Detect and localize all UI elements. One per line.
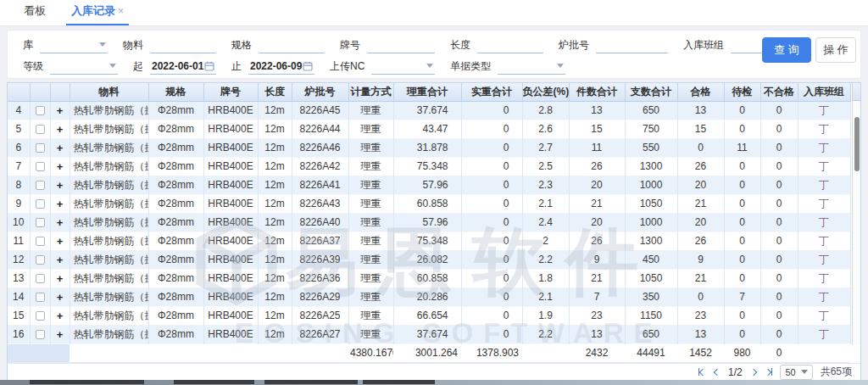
expand-icon[interactable]: + xyxy=(57,272,64,285)
cell-pending: 0 xyxy=(724,250,760,269)
cell-batch: 8226A40 xyxy=(292,213,348,232)
row-checkbox[interactable] xyxy=(36,237,45,246)
cell-cb xyxy=(30,138,50,157)
cell-no: 13 xyxy=(8,269,30,287)
cell-cb xyxy=(30,120,50,138)
row-checkbox[interactable] xyxy=(36,274,45,283)
cell-unqualified: 0 xyxy=(760,232,798,250)
date-input[interactable]: 2022-06-09 xyxy=(248,59,314,75)
cell-cb xyxy=(30,287,50,306)
filter-select[interactable] xyxy=(40,37,108,53)
summary-pending: 980 xyxy=(724,343,760,362)
cell-batch: 8226A39 xyxy=(292,250,348,269)
filter-field-2-3: 上传NC xyxy=(314,59,435,75)
vertical-scrollbar-thumb[interactable] xyxy=(854,117,860,171)
row-checkbox[interactable] xyxy=(36,218,45,227)
cell-team: 丁 xyxy=(798,325,850,343)
row-checkbox[interactable] xyxy=(36,311,45,321)
filter-input[interactable] xyxy=(367,37,435,53)
cell-team: 丁 xyxy=(798,101,850,120)
cell-pieces: 21 xyxy=(569,194,625,213)
expand-icon[interactable]: + xyxy=(57,123,64,136)
row-checkbox[interactable] xyxy=(36,330,45,339)
next-page-button[interactable] xyxy=(750,370,757,375)
expand-icon[interactable]: + xyxy=(57,198,64,210)
filter-input[interactable] xyxy=(259,37,325,53)
filter-field-1-0: 库 xyxy=(8,37,108,53)
expand-icon[interactable]: + xyxy=(57,254,64,266)
page-size-select[interactable]: 50 xyxy=(780,365,812,380)
cell-unqualified: 0 xyxy=(760,101,798,120)
cell-actual: 0 xyxy=(461,120,522,138)
summary-actual: 1378.903 xyxy=(461,343,522,362)
filter-input[interactable] xyxy=(150,37,216,53)
row-checkbox[interactable] xyxy=(36,293,45,302)
expand-icon[interactable]: + xyxy=(57,160,64,173)
vertical-scrollbar-track[interactable] xyxy=(852,83,860,345)
cell-exp: + xyxy=(50,232,70,250)
cell-unqualified: 0 xyxy=(760,138,798,157)
tab-inbound-records[interactable]: 入库记录× xyxy=(66,3,129,25)
table-row: 7+热轧带肋钢筋（抗震）Φ28mmHRB400E12m8226A42理重75.3… xyxy=(8,157,850,176)
cell-unqualified: 0 xyxy=(760,306,798,325)
cell-batch: 8226A29 xyxy=(292,287,348,306)
last-page-button[interactable] xyxy=(765,368,773,376)
cell-material: 热轧带肋钢筋（抗震） xyxy=(70,101,148,120)
filter-input[interactable] xyxy=(477,37,543,53)
tab-dashboard[interactable]: 看板 xyxy=(19,3,51,25)
cell-no: 7 xyxy=(8,157,30,176)
expand-icon[interactable]: + xyxy=(57,310,64,322)
row-checkbox[interactable] xyxy=(36,255,45,265)
table-row: 15+热轧带肋钢筋（抗震）Φ28mmHRB400E12m8226A25理重66.… xyxy=(8,306,850,325)
expand-icon[interactable]: + xyxy=(57,291,64,304)
cell-pieces: 23 xyxy=(569,306,625,325)
cell-exp: + xyxy=(50,325,70,343)
filter-select[interactable] xyxy=(50,59,118,75)
cell-exp: + xyxy=(50,138,70,157)
row-checkbox[interactable] xyxy=(36,125,45,134)
query-button[interactable]: 查 询 xyxy=(762,37,811,63)
prev-page-button[interactable] xyxy=(714,370,721,375)
cell-pending: 0 xyxy=(724,120,760,138)
row-checkbox[interactable] xyxy=(36,106,45,115)
cell-bars: 1150 xyxy=(625,306,677,325)
cell-batch: 8226A42 xyxy=(292,157,348,176)
expand-icon[interactable]: + xyxy=(57,235,64,248)
expand-icon[interactable]: + xyxy=(57,104,64,117)
cell-bars: 550 xyxy=(625,138,677,157)
expand-icon[interactable]: + xyxy=(57,179,64,192)
cell-theory: 57.96 xyxy=(393,176,461,194)
cell-unqualified: 0 xyxy=(760,176,798,194)
tab-close-icon[interactable]: × xyxy=(118,5,124,17)
cell-bars: 1050 xyxy=(625,194,677,213)
cell-batch: 8226A36 xyxy=(292,269,348,287)
expand-icon[interactable]: + xyxy=(57,328,64,341)
col-header-exp xyxy=(50,83,70,101)
expand-icon[interactable]: + xyxy=(57,216,64,229)
cell-method: 理重 xyxy=(348,120,393,138)
filter-label: 止 xyxy=(231,59,242,74)
row-checkbox[interactable] xyxy=(36,199,45,209)
summary-row: 4380.16703001.2641378.903243244491145298… xyxy=(8,343,850,362)
filter-select[interactable] xyxy=(371,59,435,75)
cell-material: 热轧带肋钢筋（抗震） xyxy=(70,287,148,306)
filter-input[interactable] xyxy=(596,37,668,53)
summary-first-cell xyxy=(8,343,70,362)
cell-length: 12m xyxy=(258,120,292,138)
cell-batch: 8226A41 xyxy=(292,176,348,194)
cell-theory: 66.654 xyxy=(393,306,461,325)
cell-bars: 1300 xyxy=(625,232,677,250)
cell-unqualified: 0 xyxy=(760,194,798,213)
date-input[interactable]: 2022-06-01 xyxy=(150,59,216,75)
filter-select[interactable] xyxy=(498,59,565,75)
cell-spec: Φ28mm xyxy=(148,287,203,306)
row-checkbox[interactable] xyxy=(36,181,45,190)
cell-bars: 450 xyxy=(625,250,677,269)
expand-icon[interactable]: + xyxy=(57,142,64,154)
cell-length: 12m xyxy=(258,101,292,120)
row-checkbox[interactable] xyxy=(36,143,45,153)
cell-material: 热轧带肋钢筋（抗震） xyxy=(70,176,148,194)
row-checkbox[interactable] xyxy=(36,162,45,171)
first-page-button[interactable] xyxy=(698,368,707,376)
operate-button[interactable]: 操 作 xyxy=(815,37,856,63)
